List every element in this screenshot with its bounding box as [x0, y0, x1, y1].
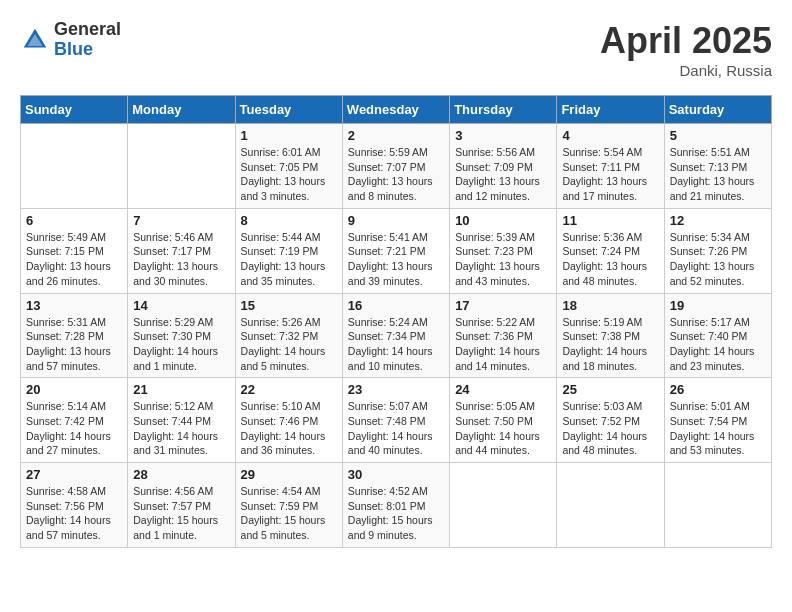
- day-number: 11: [562, 213, 658, 228]
- table-row: 30Sunrise: 4:52 AM Sunset: 8:01 PM Dayli…: [342, 463, 449, 548]
- day-detail: Sunrise: 5:14 AM Sunset: 7:42 PM Dayligh…: [26, 399, 122, 458]
- logo-general: General: [54, 20, 121, 40]
- day-number: 4: [562, 128, 658, 143]
- calendar-week-row: 13Sunrise: 5:31 AM Sunset: 7:28 PM Dayli…: [21, 293, 772, 378]
- location: Danki, Russia: [600, 62, 772, 79]
- table-row: 22Sunrise: 5:10 AM Sunset: 7:46 PM Dayli…: [235, 378, 342, 463]
- day-detail: Sunrise: 5:36 AM Sunset: 7:24 PM Dayligh…: [562, 230, 658, 289]
- day-detail: Sunrise: 5:24 AM Sunset: 7:34 PM Dayligh…: [348, 315, 444, 374]
- logo-icon: [20, 25, 50, 55]
- table-row: 4Sunrise: 5:54 AM Sunset: 7:11 PM Daylig…: [557, 124, 664, 209]
- table-row: 25Sunrise: 5:03 AM Sunset: 7:52 PM Dayli…: [557, 378, 664, 463]
- day-number: 15: [241, 298, 337, 313]
- table-row: 18Sunrise: 5:19 AM Sunset: 7:38 PM Dayli…: [557, 293, 664, 378]
- day-detail: Sunrise: 5:49 AM Sunset: 7:15 PM Dayligh…: [26, 230, 122, 289]
- table-row: 3Sunrise: 5:56 AM Sunset: 7:09 PM Daylig…: [450, 124, 557, 209]
- month-title: April 2025: [600, 20, 772, 62]
- day-number: 7: [133, 213, 229, 228]
- day-detail: Sunrise: 4:52 AM Sunset: 8:01 PM Dayligh…: [348, 484, 444, 543]
- col-thursday: Thursday: [450, 96, 557, 124]
- calendar-week-row: 6Sunrise: 5:49 AM Sunset: 7:15 PM Daylig…: [21, 208, 772, 293]
- day-detail: Sunrise: 5:54 AM Sunset: 7:11 PM Dayligh…: [562, 145, 658, 204]
- day-number: 25: [562, 382, 658, 397]
- day-number: 18: [562, 298, 658, 313]
- day-detail: Sunrise: 5:03 AM Sunset: 7:52 PM Dayligh…: [562, 399, 658, 458]
- table-row: 6Sunrise: 5:49 AM Sunset: 7:15 PM Daylig…: [21, 208, 128, 293]
- day-number: 21: [133, 382, 229, 397]
- day-detail: Sunrise: 5:59 AM Sunset: 7:07 PM Dayligh…: [348, 145, 444, 204]
- day-number: 29: [241, 467, 337, 482]
- day-number: 2: [348, 128, 444, 143]
- table-row: 27Sunrise: 4:58 AM Sunset: 7:56 PM Dayli…: [21, 463, 128, 548]
- table-row: 10Sunrise: 5:39 AM Sunset: 7:23 PM Dayli…: [450, 208, 557, 293]
- col-friday: Friday: [557, 96, 664, 124]
- day-number: 23: [348, 382, 444, 397]
- table-row: 9Sunrise: 5:41 AM Sunset: 7:21 PM Daylig…: [342, 208, 449, 293]
- day-detail: Sunrise: 4:54 AM Sunset: 7:59 PM Dayligh…: [241, 484, 337, 543]
- day-number: 3: [455, 128, 551, 143]
- table-row: 29Sunrise: 4:54 AM Sunset: 7:59 PM Dayli…: [235, 463, 342, 548]
- day-number: 16: [348, 298, 444, 313]
- page-header: General Blue April 2025 Danki, Russia: [20, 20, 772, 79]
- day-number: 30: [348, 467, 444, 482]
- day-detail: Sunrise: 4:56 AM Sunset: 7:57 PM Dayligh…: [133, 484, 229, 543]
- title-block: April 2025 Danki, Russia: [600, 20, 772, 79]
- day-detail: Sunrise: 5:29 AM Sunset: 7:30 PM Dayligh…: [133, 315, 229, 374]
- col-saturday: Saturday: [664, 96, 771, 124]
- day-detail: Sunrise: 5:05 AM Sunset: 7:50 PM Dayligh…: [455, 399, 551, 458]
- day-number: 22: [241, 382, 337, 397]
- day-number: 13: [26, 298, 122, 313]
- table-row: 14Sunrise: 5:29 AM Sunset: 7:30 PM Dayli…: [128, 293, 235, 378]
- calendar-header-row: Sunday Monday Tuesday Wednesday Thursday…: [21, 96, 772, 124]
- day-detail: Sunrise: 5:44 AM Sunset: 7:19 PM Dayligh…: [241, 230, 337, 289]
- day-number: 5: [670, 128, 766, 143]
- day-number: 17: [455, 298, 551, 313]
- logo-text: General Blue: [54, 20, 121, 60]
- table-row: 17Sunrise: 5:22 AM Sunset: 7:36 PM Dayli…: [450, 293, 557, 378]
- day-number: 19: [670, 298, 766, 313]
- day-number: 1: [241, 128, 337, 143]
- logo-blue: Blue: [54, 40, 121, 60]
- table-row: 19Sunrise: 5:17 AM Sunset: 7:40 PM Dayli…: [664, 293, 771, 378]
- table-row: 12Sunrise: 5:34 AM Sunset: 7:26 PM Dayli…: [664, 208, 771, 293]
- table-row: 21Sunrise: 5:12 AM Sunset: 7:44 PM Dayli…: [128, 378, 235, 463]
- table-row: 13Sunrise: 5:31 AM Sunset: 7:28 PM Dayli…: [21, 293, 128, 378]
- day-number: 10: [455, 213, 551, 228]
- col-sunday: Sunday: [21, 96, 128, 124]
- day-number: 27: [26, 467, 122, 482]
- table-row: 5Sunrise: 5:51 AM Sunset: 7:13 PM Daylig…: [664, 124, 771, 209]
- day-detail: Sunrise: 6:01 AM Sunset: 7:05 PM Dayligh…: [241, 145, 337, 204]
- table-row: [557, 463, 664, 548]
- col-monday: Monday: [128, 96, 235, 124]
- table-row: 28Sunrise: 4:56 AM Sunset: 7:57 PM Dayli…: [128, 463, 235, 548]
- table-row: [664, 463, 771, 548]
- calendar-week-row: 20Sunrise: 5:14 AM Sunset: 7:42 PM Dayli…: [21, 378, 772, 463]
- day-detail: Sunrise: 5:01 AM Sunset: 7:54 PM Dayligh…: [670, 399, 766, 458]
- logo: General Blue: [20, 20, 121, 60]
- day-detail: Sunrise: 5:17 AM Sunset: 7:40 PM Dayligh…: [670, 315, 766, 374]
- table-row: [21, 124, 128, 209]
- table-row: 15Sunrise: 5:26 AM Sunset: 7:32 PM Dayli…: [235, 293, 342, 378]
- day-detail: Sunrise: 4:58 AM Sunset: 7:56 PM Dayligh…: [26, 484, 122, 543]
- table-row: [128, 124, 235, 209]
- day-detail: Sunrise: 5:34 AM Sunset: 7:26 PM Dayligh…: [670, 230, 766, 289]
- day-number: 28: [133, 467, 229, 482]
- day-detail: Sunrise: 5:26 AM Sunset: 7:32 PM Dayligh…: [241, 315, 337, 374]
- day-number: 9: [348, 213, 444, 228]
- table-row: 16Sunrise: 5:24 AM Sunset: 7:34 PM Dayli…: [342, 293, 449, 378]
- calendar-table: Sunday Monday Tuesday Wednesday Thursday…: [20, 95, 772, 548]
- calendar-week-row: 27Sunrise: 4:58 AM Sunset: 7:56 PM Dayli…: [21, 463, 772, 548]
- table-row: 2Sunrise: 5:59 AM Sunset: 7:07 PM Daylig…: [342, 124, 449, 209]
- day-detail: Sunrise: 5:41 AM Sunset: 7:21 PM Dayligh…: [348, 230, 444, 289]
- table-row: [450, 463, 557, 548]
- day-detail: Sunrise: 5:19 AM Sunset: 7:38 PM Dayligh…: [562, 315, 658, 374]
- day-number: 6: [26, 213, 122, 228]
- calendar-week-row: 1Sunrise: 6:01 AM Sunset: 7:05 PM Daylig…: [21, 124, 772, 209]
- day-detail: Sunrise: 5:12 AM Sunset: 7:44 PM Dayligh…: [133, 399, 229, 458]
- day-detail: Sunrise: 5:22 AM Sunset: 7:36 PM Dayligh…: [455, 315, 551, 374]
- table-row: 7Sunrise: 5:46 AM Sunset: 7:17 PM Daylig…: [128, 208, 235, 293]
- day-detail: Sunrise: 5:46 AM Sunset: 7:17 PM Dayligh…: [133, 230, 229, 289]
- col-wednesday: Wednesday: [342, 96, 449, 124]
- table-row: 24Sunrise: 5:05 AM Sunset: 7:50 PM Dayli…: [450, 378, 557, 463]
- table-row: 26Sunrise: 5:01 AM Sunset: 7:54 PM Dayli…: [664, 378, 771, 463]
